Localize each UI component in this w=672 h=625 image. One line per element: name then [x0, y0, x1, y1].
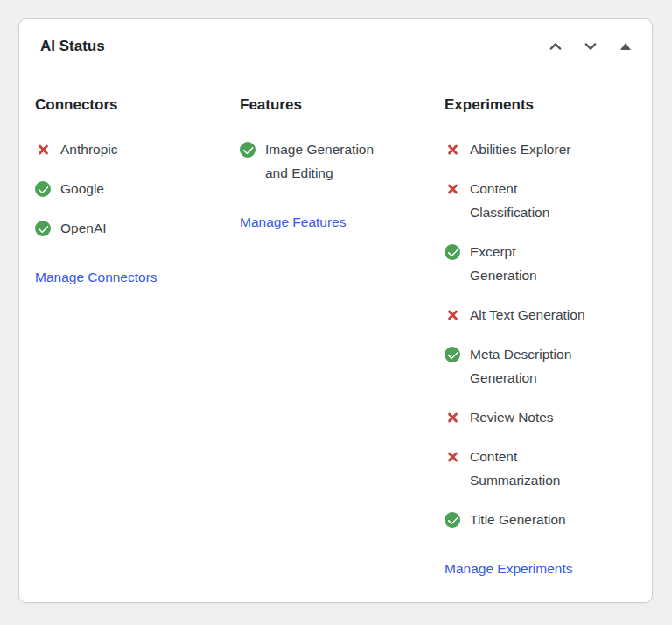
check-circle-icon [444, 244, 460, 260]
cross-icon [444, 410, 460, 425]
experiments-list: Abilities Explorer Content Classificatio… [444, 138, 634, 531]
status-item: Alt Text Generation [444, 304, 634, 327]
ai-status-widget: AI Status Connectors [18, 18, 653, 603]
experiments-column: Experiments Abilities Explorer Content C… [444, 93, 634, 580]
connectors-heading: Connectors [35, 93, 225, 116]
widget-body: Connectors Anthropic Google OpenAI Manag… [19, 74, 652, 598]
status-item: OpenAI [35, 217, 225, 240]
check-circle-icon [444, 512, 460, 528]
status-item: Title Generation [444, 509, 634, 531]
widget-controls [542, 32, 640, 60]
chevron-up-icon [548, 39, 564, 54]
connectors-column: Connectors Anthropic Google OpenAI Manag… [35, 93, 225, 580]
status-item-label: OpenAI [60, 216, 107, 240]
collapse-toggle-button[interactable] [612, 32, 640, 60]
check-circle-icon [240, 142, 256, 158]
status-item-label: Abilities Explorer [470, 137, 570, 161]
cross-icon [444, 449, 460, 465]
status-item-label: Image Generation and Editing [265, 137, 374, 185]
status-item-label: Excerpt Generation [470, 240, 537, 287]
manage-connectors-link[interactable]: Manage Connectors [35, 265, 158, 289]
check-circle-icon [35, 181, 51, 197]
status-item: Image Generation and Editing [240, 138, 430, 185]
toggle-triangle-icon [620, 43, 631, 50]
status-item-label: Alt Text Generation [470, 303, 585, 327]
check-circle-icon [35, 221, 51, 236]
status-item-label: Google [60, 177, 104, 200]
features-list: Image Generation and Editing [240, 138, 430, 185]
status-item-label: Anthropic [60, 137, 117, 161]
cross-icon [444, 181, 460, 197]
move-down-button[interactable] [577, 32, 605, 60]
manage-features-link[interactable]: Manage Features [240, 210, 346, 234]
experiments-heading: Experiments [444, 93, 634, 116]
features-column: Features Image Generation and Editing Ma… [240, 93, 430, 580]
status-item: Review Notes [444, 406, 634, 429]
status-item: Excerpt Generation [444, 241, 634, 287]
features-heading: Features [240, 93, 430, 116]
status-item-label: Content Summarization [470, 445, 560, 492]
status-item-label: Review Notes [470, 405, 554, 429]
status-item-label: Title Generation [470, 508, 566, 531]
move-up-button[interactable] [542, 32, 570, 60]
chevron-down-icon [583, 39, 598, 54]
status-item: Meta Description Generation [444, 343, 634, 390]
cross-icon [444, 307, 460, 323]
status-item: Content Summarization [444, 446, 634, 492]
widget-title: AI Status [40, 38, 105, 55]
status-item-label: Meta Description Generation [470, 342, 571, 390]
cross-icon [444, 142, 460, 158]
status-item: Content Classification [444, 178, 634, 224]
widget-header: AI Status [19, 19, 652, 74]
status-item: Anthropic [35, 138, 225, 161]
status-item: Abilities Explorer [444, 138, 634, 161]
cross-icon [35, 142, 51, 158]
status-item: Google [35, 178, 225, 200]
connectors-list: Anthropic Google OpenAI [35, 138, 225, 240]
status-item-label: Content Classification [470, 177, 550, 224]
manage-experiments-link[interactable]: Manage Experiments [444, 557, 572, 580]
check-circle-icon [444, 347, 460, 362]
